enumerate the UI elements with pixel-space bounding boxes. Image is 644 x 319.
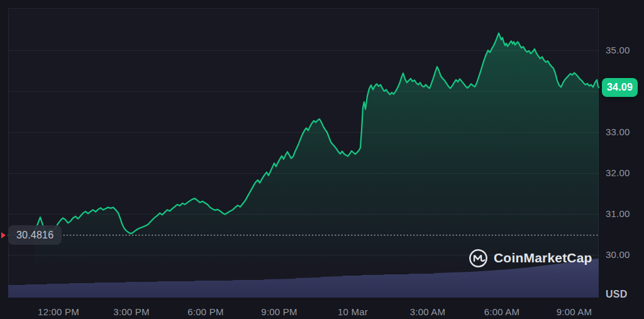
brand-name: CoinMarketCap — [494, 250, 592, 266]
x-axis-label: 9:00 PM — [251, 306, 308, 318]
chart-panel: CoinMarketCap 34.09 30.4816 35.0033.0032… — [0, 0, 644, 319]
y-axis-label: 30.00 — [606, 249, 630, 260]
coinmarketcap-logo-icon — [469, 249, 488, 268]
x-axis-label: 9:00 AM — [546, 306, 602, 318]
x-axis-label: 3:00 AM — [399, 306, 456, 318]
current-price-badge: 34.09 — [602, 78, 638, 97]
price-chart[interactable] — [0, 0, 644, 319]
x-axis-label: 6:00 AM — [474, 306, 530, 318]
x-axis-label: 3:00 PM — [103, 306, 160, 318]
currency-label: USD — [606, 289, 635, 300]
y-axis-label: 35.00 — [606, 45, 630, 56]
x-axis-label: 10 Mar — [325, 306, 381, 318]
low-marker-icon — [1, 232, 6, 238]
x-axis-label: 6:00 PM — [177, 306, 234, 318]
y-axis-label: 31.00 — [606, 208, 630, 220]
x-axis-label: 12:00 PM — [30, 306, 87, 318]
brand-watermark: CoinMarketCap — [469, 247, 592, 269]
low-price-label: 30.4816 — [8, 225, 62, 245]
y-axis-label: 33.00 — [606, 126, 630, 138]
y-axis-label: 32.00 — [606, 167, 630, 179]
